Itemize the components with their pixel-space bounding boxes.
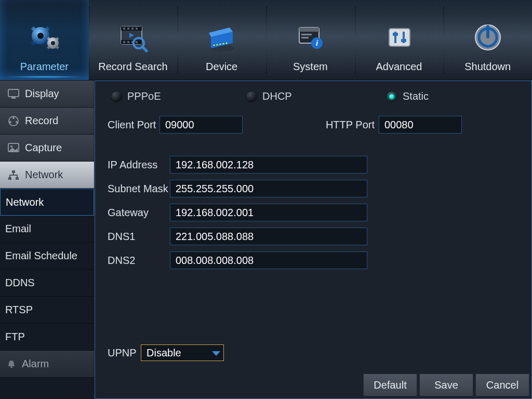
subnav-rtsp[interactable]: RTSP [0,297,94,324]
svg-rect-47 [8,89,19,97]
svg-rect-19 [123,41,125,43]
cancel-button[interactable]: Cancel [475,374,529,396]
input-subnet-mask[interactable] [170,180,367,197]
radio-icon [386,91,397,102]
svg-rect-22 [136,41,138,43]
sidebar-label: Capture [25,142,62,154]
radio-pppoe[interactable]: PPPoE [111,90,246,102]
sidebar-item-network[interactable]: Network [0,162,94,189]
monitor-icon [7,88,20,100]
sidebar-subnav: Network Email Email Schedule DDNS RTSP F… [0,189,94,399]
sidebar-item-record[interactable]: Record [0,108,94,135]
top-nav: Parameter Record Search Device [0,0,532,81]
subnav-network[interactable]: Network [0,189,94,216]
svg-point-28 [216,44,218,45]
topnav-parameter[interactable]: Parameter [0,0,89,80]
chevron-down-icon [212,347,220,359]
bell-icon [5,358,18,370]
sidebar-label: Network [25,169,63,181]
svg-point-29 [219,43,221,45]
svg-point-31 [225,42,227,44]
radio-label: PPPoE [127,90,161,102]
sidebar-item-display[interactable]: Display [0,81,94,108]
svg-line-25 [142,47,147,51]
sliders-icon [381,19,417,56]
label-dns1: DNS1 [108,231,170,243]
subnav-ftp[interactable]: FTP [0,324,94,351]
svg-rect-34 [301,34,312,35]
input-gateway[interactable] [170,204,367,221]
system-info-icon: i [292,19,328,56]
svg-rect-18 [136,28,138,30]
svg-point-27 [213,44,215,46]
label-dns2: DNS2 [108,255,170,267]
select-upnp[interactable]: Disable [141,344,224,361]
sidebar-item-capture[interactable]: Capture [0,135,94,162]
gears-icon [26,19,62,56]
label-upnp: UPNP [108,347,141,359]
svg-rect-42 [393,33,398,36]
save-button[interactable]: Save [419,374,473,396]
subnav-ddns[interactable]: DDNS [0,270,94,297]
svg-point-54 [10,145,12,148]
sidebar-label: Display [25,88,59,100]
svg-rect-48 [11,97,16,99]
topnav-label: Advanced [376,61,422,73]
svg-rect-57 [16,177,19,180]
input-http-port[interactable] [379,116,462,134]
label-gateway: Gateway [108,207,170,219]
svg-rect-16 [127,28,129,30]
svg-rect-38 [389,29,410,46]
label-client-port: Client Port [108,119,159,131]
topnav-shutdown[interactable]: Shutdown [443,0,532,80]
network-settings-panel: PPPoE DHCP Static Client Port HTTP Port [95,81,532,399]
topnav-advanced[interactable]: Advanced [355,0,444,80]
svg-rect-35 [301,37,309,38]
radio-static[interactable]: Static [386,90,429,102]
svg-rect-33 [299,28,319,32]
footer-buttons: Default Save Cancel [363,374,529,396]
svg-point-50 [12,117,15,119]
subnav-email-schedule[interactable]: Email Schedule [0,243,94,270]
sidebar-label: Record [25,115,58,127]
device-icon [204,19,240,56]
sidebar: Display Record Capture Network Network E… [0,81,95,399]
topnav-label: Device [206,61,237,73]
radio-dhcp[interactable]: DHCP [246,90,386,102]
radio-label: DHCP [262,90,292,102]
svg-rect-15 [123,28,125,30]
input-dns2[interactable] [170,251,367,269]
svg-rect-17 [131,28,134,30]
topnav-label: Parameter [20,61,69,73]
topnav-label: Record Search [98,61,167,73]
label-subnet-mask: Subnet Mask [108,183,170,195]
select-value: Disable [147,347,181,359]
topnav-record-search[interactable]: Record Search [89,0,178,80]
input-client-port[interactable] [159,116,243,134]
svg-point-30 [222,43,224,44]
subnav-email[interactable]: Email [0,216,94,243]
radio-icon [111,91,122,102]
radio-icon [246,91,257,102]
default-button[interactable]: Default [363,374,417,396]
svg-point-5 [37,33,44,39]
input-dns1[interactable] [170,228,367,245]
svg-marker-59 [212,351,220,356]
topnav-device[interactable]: Device [177,0,266,80]
input-ip-address[interactable] [170,156,367,174]
topnav-label: System [293,61,328,73]
svg-rect-55 [12,170,15,173]
network-icon [7,169,20,181]
image-icon [7,142,20,154]
svg-rect-58 [10,366,12,368]
svg-rect-20 [127,41,129,43]
subnav-alarm[interactable]: Alarm [0,351,94,378]
reel-icon [7,115,20,127]
topnav-label: Shutdown [464,61,511,73]
svg-point-11 [51,41,55,45]
topnav-system[interactable]: i System [266,0,355,80]
radio-label: Static [403,90,429,102]
svg-rect-43 [401,39,406,42]
label-ip-address: IP Address [108,159,170,171]
svg-point-51 [9,121,11,123]
